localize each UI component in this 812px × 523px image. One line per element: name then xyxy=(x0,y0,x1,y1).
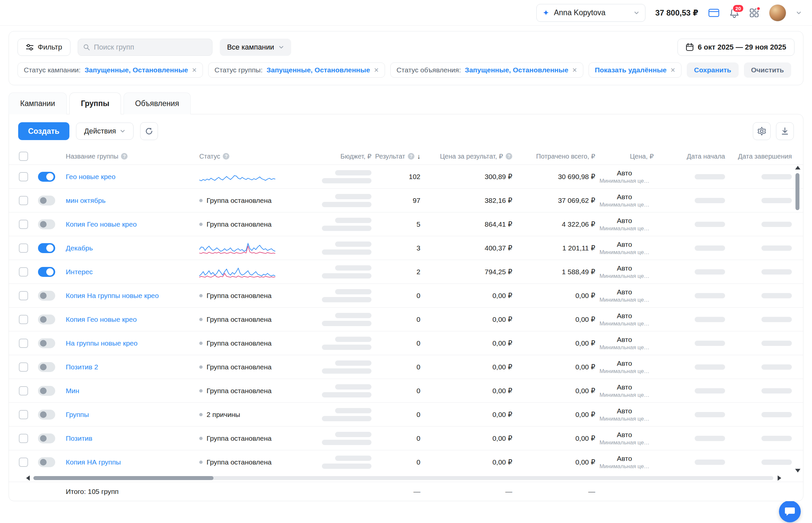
scroll-right-arrow-icon[interactable] xyxy=(778,475,781,481)
row-checkbox[interactable] xyxy=(19,339,28,348)
horizontal-scrollbar-track[interactable] xyxy=(33,476,773,480)
price-cell: Авто Минимальная це… xyxy=(595,217,654,232)
row-checkbox[interactable] xyxy=(19,196,28,205)
horizontal-scrollbar-thumb[interactable] xyxy=(33,476,214,480)
tab-Группы[interactable]: Группы xyxy=(69,92,121,114)
tab-Объявления[interactable]: Объявления xyxy=(124,92,191,114)
row-checkbox[interactable] xyxy=(19,386,28,395)
group-name-link[interactable]: Копия НА группы xyxy=(66,458,121,466)
status-dot-icon xyxy=(199,389,203,393)
row-toggle[interactable] xyxy=(38,219,55,229)
filter-chip[interactable]: Статус объявления: Запущенные, Остановле… xyxy=(390,62,583,78)
row-checkbox[interactable] xyxy=(19,244,28,253)
chip-close-icon[interactable]: × xyxy=(374,66,379,74)
row-toggle[interactable] xyxy=(38,338,55,348)
column-header-status[interactable]: Статус ? xyxy=(199,152,299,160)
date-end-skeleton xyxy=(761,436,792,441)
date-end-cell xyxy=(725,246,803,251)
account-selector[interactable]: ✦ Anna Kopytova xyxy=(536,4,646,22)
group-name-link[interactable]: Копия На группы новые крео xyxy=(66,292,159,300)
cost-per-result-value: 0,00 ₽ xyxy=(420,363,512,371)
group-name-link[interactable]: Позитив 2 xyxy=(66,363,98,371)
column-header-name[interactable]: Название группы ? xyxy=(66,152,199,160)
row-checkbox[interactable] xyxy=(19,315,28,324)
column-header-spent[interactable]: Потрачено всего, ₽ xyxy=(512,152,595,160)
campaign-filter-dropdown[interactable]: Все кампании xyxy=(220,39,291,56)
column-header-budget[interactable]: Бюджет, ₽ xyxy=(299,152,372,160)
sort-desc-icon[interactable]: ↓ xyxy=(417,152,420,160)
row-toggle[interactable] xyxy=(38,410,55,420)
row-toggle[interactable] xyxy=(38,386,55,396)
group-name-link[interactable]: Группы xyxy=(66,411,89,419)
row-checkbox[interactable] xyxy=(19,434,28,443)
row-toggle[interactable] xyxy=(38,314,55,324)
group-name-link[interactable]: Гео новые крео xyxy=(66,173,115,181)
scroll-down-arrow-icon[interactable] xyxy=(795,469,800,472)
wallet-button[interactable] xyxy=(708,8,720,18)
row-toggle[interactable] xyxy=(38,433,55,444)
date-start-skeleton xyxy=(695,174,725,179)
help-icon[interactable]: ? xyxy=(506,153,512,160)
group-name-link[interactable]: Копия Гео новые крео xyxy=(66,315,137,323)
avatar[interactable] xyxy=(769,4,786,21)
row-toggle[interactable] xyxy=(38,457,55,467)
spent-total-value: 0,00 ₽ xyxy=(512,315,595,323)
row-toggle[interactable] xyxy=(38,196,55,205)
group-name-link[interactable]: Интерес xyxy=(66,268,93,276)
scroll-left-arrow-icon[interactable] xyxy=(26,475,30,481)
chip-close-icon[interactable]: × xyxy=(572,66,577,74)
row-toggle[interactable] xyxy=(38,362,55,372)
column-header-date-start[interactable]: Дата начала xyxy=(654,152,725,160)
column-header-result[interactable]: Результат ? ↓ xyxy=(372,152,420,160)
row-checkbox[interactable] xyxy=(19,291,28,300)
group-name-link[interactable]: Декабрь xyxy=(66,244,93,252)
vertical-scrollbar-thumb[interactable] xyxy=(795,173,799,210)
export-button[interactable] xyxy=(776,122,794,140)
save-filters-button[interactable]: Сохранить xyxy=(687,62,738,78)
date-end-cell xyxy=(725,459,803,465)
row-toggle[interactable] xyxy=(38,172,55,182)
filter-chip[interactable]: Показать удалённые × xyxy=(589,62,682,78)
chip-close-icon[interactable]: × xyxy=(670,66,675,74)
chip-close-icon[interactable]: × xyxy=(192,66,197,74)
group-name-link[interactable]: мин октябрь xyxy=(66,197,105,204)
profile-chevron-down-icon[interactable] xyxy=(796,10,801,16)
group-name-link[interactable]: Позитив xyxy=(66,434,92,443)
group-name-link[interactable]: Копия Гео новые крео xyxy=(66,220,137,228)
refresh-button[interactable] xyxy=(140,122,158,140)
help-icon[interactable]: ? xyxy=(121,153,128,160)
help-icon[interactable]: ? xyxy=(223,153,229,160)
group-name-link[interactable]: Мин xyxy=(66,387,79,395)
row-toggle[interactable] xyxy=(38,291,55,301)
help-icon[interactable]: ? xyxy=(408,153,414,160)
chat-button[interactable] xyxy=(779,501,801,522)
filter-chip[interactable]: Статус группы: Запущенные, Остановленные… xyxy=(208,62,385,78)
column-header-price[interactable]: Цена, ₽ xyxy=(595,152,654,160)
column-header-date-end[interactable]: Дата завершения xyxy=(725,152,803,160)
table-row: Позитив 2 Группа остановлена 0 0,00 ₽ 0,… xyxy=(9,355,803,379)
column-header-cpr[interactable]: Цена за результат, ₽ ? xyxy=(420,152,512,160)
row-checkbox[interactable] xyxy=(19,267,28,276)
create-button[interactable]: Создать xyxy=(18,122,69,140)
row-checkbox[interactable] xyxy=(19,362,28,372)
row-toggle[interactable] xyxy=(38,243,55,253)
filter-button[interactable]: Фильтр xyxy=(18,39,70,56)
row-checkbox[interactable] xyxy=(19,410,28,419)
row-checkbox[interactable] xyxy=(19,172,28,181)
actions-dropdown-button[interactable]: Действия xyxy=(76,123,133,140)
search-input[interactable] xyxy=(94,43,207,52)
group-name-link[interactable]: На группы новые крео xyxy=(66,339,138,347)
select-all-checkbox[interactable] xyxy=(19,152,28,161)
budget-skeleton xyxy=(299,265,372,278)
scroll-up-arrow-icon[interactable] xyxy=(795,166,800,169)
row-checkbox[interactable] xyxy=(19,457,28,467)
row-toggle[interactable] xyxy=(38,267,55,277)
table-settings-button[interactable] xyxy=(753,122,771,140)
date-range-button[interactable]: 6 окт 2025 — 29 ноя 2025 xyxy=(678,39,794,56)
filter-chip[interactable]: Статус кампании: Запущенные, Остановленн… xyxy=(18,62,203,78)
apps-menu-button[interactable] xyxy=(749,8,759,18)
notifications-button[interactable]: 20 xyxy=(729,7,739,18)
clear-filters-button[interactable]: Очистить xyxy=(744,62,792,78)
row-checkbox[interactable] xyxy=(19,220,28,229)
tab-Кампании[interactable]: Кампании xyxy=(8,92,67,114)
